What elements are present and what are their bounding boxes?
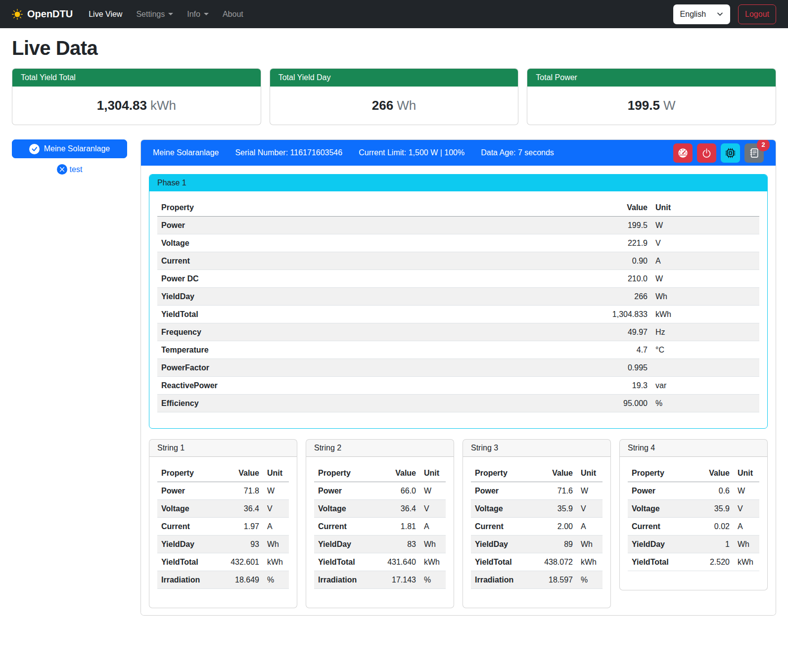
inverter-item-label: test — [70, 165, 83, 174]
speedometer-icon — [678, 148, 688, 158]
property-cell: Voltage — [157, 234, 453, 252]
property-cell: Power — [157, 482, 217, 500]
strings-row: String 1 Property Value Unit — [149, 439, 768, 608]
event-log-button[interactable]: 2 — [744, 143, 764, 163]
property-cell: YieldDay — [157, 536, 217, 553]
property-cell: Frequency — [157, 323, 453, 341]
brand[interactable]: OpenDTU — [12, 8, 73, 20]
inverter-item-test[interactable]: test — [12, 164, 127, 175]
unit-cell: W — [577, 482, 603, 500]
logout-button[interactable]: Logout — [738, 4, 776, 24]
device-limit: Current Limit: 1,500 W | 100% — [359, 148, 464, 157]
col-property: Property — [157, 465, 217, 482]
value-cell: 1.97 — [217, 518, 263, 536]
unit-cell: Wh — [420, 536, 446, 553]
power-button[interactable] — [697, 143, 716, 163]
property-cell: YieldDay — [628, 536, 693, 553]
device-name: Meine Solaranlage — [153, 148, 219, 157]
col-property: Property — [157, 199, 453, 217]
value-cell: 266 — [453, 288, 651, 306]
col-unit: Unit — [263, 465, 289, 482]
string-title: String 1 — [149, 440, 297, 457]
nav-item-settings[interactable]: Settings — [130, 6, 179, 23]
phase-panel: Phase 1 Property Value Unit Power199.5WV… — [149, 174, 768, 429]
nav-item-info[interactable]: Info — [181, 6, 215, 23]
col-value: Value — [373, 465, 420, 482]
string-table: Property Value Unit Power0.6WVoltage35.9… — [628, 465, 759, 571]
table-row: Voltage35.9V — [628, 500, 759, 518]
property-cell: Power — [314, 482, 373, 500]
value-cell: 221.9 — [453, 234, 651, 252]
unit-cell: kWh — [263, 553, 289, 571]
property-cell: Current — [471, 518, 530, 536]
table-row: ReactivePower19.3var — [157, 377, 759, 395]
table-row: YieldTotal438.072kWh — [471, 553, 603, 571]
col-value: Value — [217, 465, 263, 482]
summary-card-title: Total Yield Day — [270, 69, 518, 87]
unit-cell: A — [734, 518, 759, 536]
device-info-button[interactable] — [721, 143, 740, 163]
device-data-age: Data Age: 7 seconds — [481, 148, 554, 157]
value-cell: 83 — [373, 536, 420, 553]
value-cell: 71.8 — [217, 482, 263, 500]
sun-icon — [12, 9, 23, 20]
phase-table: Property Value Unit Power199.5WVoltage22… — [157, 199, 759, 412]
table-row: YieldDay1Wh — [628, 536, 759, 553]
table-row: YieldTotal2.520kWh — [628, 553, 759, 571]
unit-cell: % — [651, 395, 759, 412]
language-value: English — [680, 10, 706, 19]
table-row: YieldDay93Wh — [157, 536, 289, 553]
limit-settings-button[interactable] — [673, 143, 693, 163]
device-actions: 2 — [673, 143, 764, 163]
string-title: String 2 — [306, 440, 454, 457]
value-cell: 2.00 — [530, 518, 577, 536]
summary-card-body: 1,304.83kWh — [12, 87, 261, 125]
string-title: String 3 — [463, 440, 610, 457]
property-cell: Efficiency — [157, 395, 453, 412]
event-count-badge: 2 — [757, 139, 770, 151]
unit-cell: A — [263, 518, 289, 536]
table-row: Temperature4.7°C — [157, 341, 759, 359]
table-row: Frequency49.97Hz — [157, 323, 759, 341]
table-row: YieldTotal1,304.833kWh — [157, 306, 759, 323]
value-cell: 66.0 — [373, 482, 420, 500]
value-cell: 0.995 — [453, 359, 651, 377]
inverter-select-button[interactable]: Meine Solaranlage — [12, 139, 127, 158]
string-card: String 1 Property Value Unit — [149, 439, 297, 608]
unit-cell: % — [577, 571, 603, 589]
string-title: String 4 — [620, 440, 767, 457]
device-body: Phase 1 Property Value Unit Power199.5WV… — [141, 166, 776, 615]
language-select[interactable]: English — [673, 4, 730, 24]
table-row: Power71.8W — [157, 482, 289, 500]
unit-cell: A — [651, 252, 759, 270]
nav-item-about[interactable]: About — [217, 6, 249, 23]
property-cell: Voltage — [628, 500, 693, 518]
table-header-row: Property Value Unit — [471, 465, 603, 482]
table-row: Irradiation18.597% — [471, 571, 603, 589]
property-cell: YieldDay — [314, 536, 373, 553]
unit-cell: A — [420, 518, 446, 536]
table-header-row: Property Value Unit — [157, 199, 759, 217]
summary-card-total-yield-day: Total Yield Day 266Wh — [270, 68, 519, 125]
value-cell: 36.4 — [373, 500, 420, 518]
property-cell: Irradiation — [157, 571, 217, 589]
table-header-row: Property Value Unit — [314, 465, 446, 482]
cpu-icon — [725, 148, 736, 158]
table-row: YieldDay266Wh — [157, 288, 759, 306]
unit-cell: kWh — [577, 553, 603, 571]
value-cell: 432.601 — [217, 553, 263, 571]
unit-cell: W — [651, 217, 759, 234]
nav-item-live-view[interactable]: Live View — [83, 6, 128, 23]
inverter-sidebar: Meine Solaranlage test — [12, 139, 127, 175]
col-unit: Unit — [577, 465, 603, 482]
value-cell: 36.4 — [217, 500, 263, 518]
col-unit: Unit — [734, 465, 759, 482]
device-card: Meine Solaranlage Serial Number: 1161716… — [140, 139, 776, 616]
journal-text-icon — [749, 148, 759, 158]
summary-row: Total Yield Total 1,304.83kWh Total Yiel… — [12, 68, 776, 125]
unit-cell: V — [577, 500, 603, 518]
value-cell: 17.143 — [373, 571, 420, 589]
unit-cell: W — [651, 270, 759, 288]
navbar: OpenDTU Live View Settings Info About En… — [0, 0, 788, 28]
inverter-name-label: Meine Solaranlage — [44, 144, 110, 153]
